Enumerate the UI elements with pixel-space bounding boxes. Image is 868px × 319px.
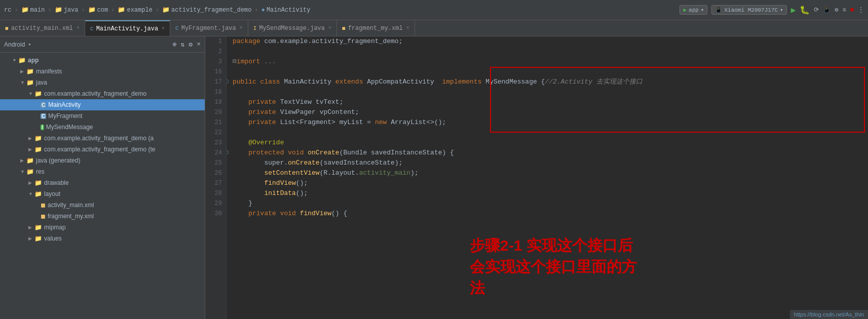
tab-icon-java-1: C [90, 26, 94, 32]
toolbar-stop[interactable]: ■ [850, 7, 854, 14]
debug-gutter-icon2: ⬡ [227, 148, 229, 158]
toolbar-sdk[interactable]: ⚙ [835, 6, 838, 14]
arrow: ▶ [28, 225, 34, 230]
sidebar-item-mainactivity[interactable]: C MainActivity [0, 99, 205, 110]
sidebar-item-pkg-test[interactable]: ▶ 📁 com.example.activity_fragment_demo (… [0, 144, 205, 155]
sidebar-item-layout[interactable]: ▼ 📁 layout [0, 188, 205, 200]
java-icon-myfragment: C [41, 113, 46, 119]
sep1: › [14, 7, 18, 14]
sidebar-item-myfragment[interactable]: C MyFragment [0, 110, 205, 122]
sidebar-item-fragment-my-xml[interactable]: ◼ fragment_my.xml [0, 211, 205, 222]
code-line-2 [233, 47, 868, 57]
folder-icon-pkg-test: 📁 [34, 146, 42, 153]
tab-close-1[interactable]: × [77, 25, 80, 31]
tab-close-4[interactable]: × [328, 25, 331, 31]
sidebar-item-app[interactable]: ▼ 📁 app [0, 55, 205, 66]
tab-icon-iface: I [253, 25, 257, 31]
line-numbers: 1 2 3 16 17 18 19 20 21 22 23 24 25 26 2… [205, 36, 227, 319]
folder-icon-pkg: 📁 [34, 90, 42, 97]
tab-fragment-my-xml[interactable]: ◼ fragment_my.xml × [337, 20, 415, 36]
arrow: ▼ [20, 169, 26, 174]
folder-icon-pkg-android: 📁 [34, 135, 42, 142]
sidebar-item-activity-main-xml[interactable]: ◼ activity_main.xml [0, 200, 205, 211]
tab-mainactivity-java[interactable]: C MainActivity.java × [85, 20, 170, 36]
tab-label-mysendmessage: MySendMessage.java [259, 25, 325, 32]
breadcrumb-main: 📁 main [21, 6, 45, 14]
code-editor[interactable]: package com.example.activity_fragment_de… [227, 36, 868, 319]
sidebar-label-myfragment: MyFragment [48, 112, 82, 119]
tab-mysendmessage-java[interactable]: I MySendMessage.java × [248, 20, 337, 36]
gear-icon[interactable]: ⚙ [188, 41, 193, 49]
topbar: rc › 📁 main › 📁 java › 📁 com › 📁 example… [0, 0, 868, 20]
sep2: › [48, 7, 51, 14]
code-line-16 [233, 67, 868, 77]
folder-icon-demo: 📁 [162, 6, 170, 14]
code-line-29: } [233, 198, 868, 209]
code-area: 1 2 3 16 17 18 19 20 21 22 23 24 25 26 2… [205, 36, 868, 319]
tab-activity-main-xml[interactable]: ◼ activity_main.xml × [0, 20, 85, 36]
run-config[interactable]: ▶ app ▾ [680, 5, 707, 15]
arrow: ▼ [28, 191, 34, 196]
ln-29: 29 [205, 198, 222, 209]
toolbar-debug-btn[interactable]: 🐛 [800, 5, 810, 15]
toolbar-settings[interactable]: ≡ [843, 7, 846, 14]
tab-close-5[interactable]: × [406, 25, 409, 31]
code-line-27: findView(); [233, 178, 868, 188]
url-text: https://blog.csdn.net/As_thin [794, 311, 864, 317]
ln-1: 1 [205, 36, 222, 47]
device-selector[interactable]: 📱 Xiaomi M2007J17C ▾ [711, 5, 786, 15]
ln-30: 30 [205, 209, 222, 219]
tab-label-mainactivity: MainActivity.java [96, 25, 158, 32]
close-icon[interactable]: × [197, 41, 201, 49]
sidebar-title: Android [4, 41, 25, 48]
toolbar-sync[interactable]: ⟳ [814, 6, 819, 14]
sidebar-item-pkg-android[interactable]: ▶ 📁 com.example.activity_fragment_demo (… [0, 133, 205, 144]
ln-23: 23 [205, 138, 222, 148]
tab-label-fragment-my: fragment_my.xml [348, 25, 403, 32]
folder-icon-drawable: 📁 [34, 179, 42, 186]
sidebar-item-manifests[interactable]: ▶ 📁 manifests [0, 66, 205, 77]
folder-icon-mipmap: 📁 [34, 224, 42, 231]
sidebar-item-java[interactable]: ▼ 📁 java [0, 77, 205, 88]
code-line-3: ⊟import ... [233, 57, 868, 67]
arrow: ▶ [28, 147, 34, 152]
folder-icon-java: 📁 [26, 79, 34, 86]
sidebar-item-res[interactable]: ▼ 📁 res [0, 166, 205, 177]
sidebar-item-drawable[interactable]: ▶ 📁 drawable [0, 177, 205, 188]
sidebar-item-java-gen[interactable]: ▶ 📁 java (generated) [0, 155, 205, 166]
folder-icon-layout: 📁 [34, 190, 42, 197]
breadcrumb-mainactivity: ● MainActivity [261, 7, 311, 14]
tab-icon-xml-1: ◼ [5, 25, 9, 31]
sidebar-item-pkg-main[interactable]: ▼ 📁 com.example.activity_fragment_demo [0, 88, 205, 99]
tab-close-3[interactable]: × [240, 25, 243, 31]
sidebar-item-mysendmessage[interactable]: I MySendMessage [0, 122, 205, 133]
sidebar-label-res: res [36, 168, 45, 175]
toolbar-run-btn[interactable]: ▶ [791, 5, 796, 15]
sidebar-item-values[interactable]: ▶ 📁 values [0, 233, 205, 244]
toolbar-more[interactable]: ⋮ [858, 6, 864, 14]
collapse-icon[interactable]: ⇅ [181, 41, 185, 49]
breadcrumb-com: 📁 com [88, 6, 108, 14]
sidebar-label-mipmap: mipmap [44, 224, 66, 231]
code-line-28: initData(); [233, 188, 868, 198]
sidebar-label-mysendmessage: MySendMessage [46, 124, 93, 131]
sidebar-item-mipmap[interactable]: ▶ 📁 mipmap [0, 222, 205, 233]
tabbar: ◼ activity_main.xml × C MainActivity.jav… [0, 20, 868, 36]
arrow: ▼ [12, 58, 18, 63]
ln-2: 2 [205, 47, 222, 57]
folder-icon-manifests: 📁 [26, 68, 34, 75]
ln-24: 24 [205, 148, 222, 158]
toolbar-avd[interactable]: 📱 [823, 6, 831, 14]
tab-close-2[interactable]: × [162, 26, 165, 31]
tab-icon-xml-2: ◼ [342, 25, 346, 31]
folder-icon-com: 📁 [88, 6, 96, 14]
crosshair-icon[interactable]: ⊕ [173, 41, 177, 49]
arrow: ▶ [28, 136, 34, 141]
breadcrumb-rc: rc [4, 7, 11, 14]
sidebar-label-pkg-android: com.example.activity_fragment_demo (a [44, 135, 154, 142]
main-area: Android ▾ ⊕ ⇅ ⚙ × ▼ 📁 app ▶ 📁 [0, 36, 868, 319]
tab-myfragment-java[interactable]: C MyFragment.java × [170, 20, 248, 36]
sidebar-label-pkg-main: com.example.activity_fragment_demo [44, 90, 146, 97]
sep3: › [81, 7, 85, 14]
sep6: › [255, 7, 258, 14]
